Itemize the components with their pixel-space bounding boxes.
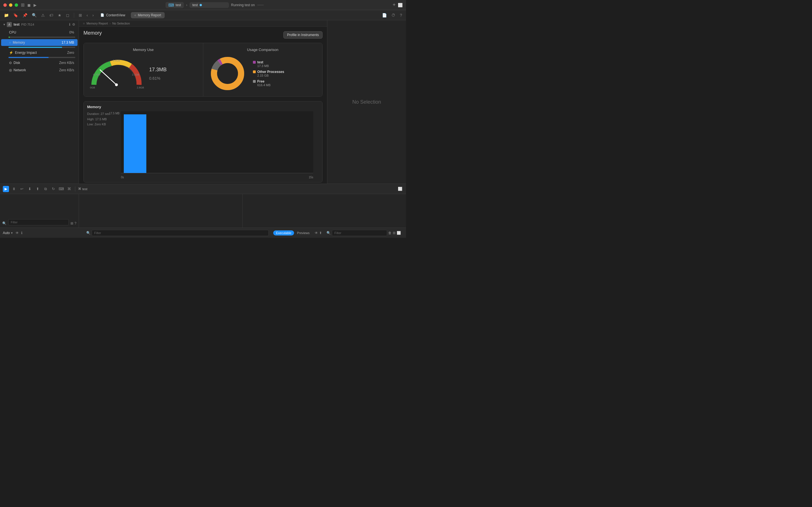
breadcrumb-part1: Memory Report bbox=[87, 22, 108, 25]
right-eye-icon[interactable]: 👁 bbox=[315, 231, 318, 235]
sidebar-item-network[interactable]: ◎ Network Zero KB/s bbox=[1, 67, 78, 73]
running-label: Running test on bbox=[231, 3, 255, 7]
document-icon[interactable]: 📄 bbox=[381, 12, 388, 18]
tabs-section: Executable Previews 👁 ⬆ bbox=[273, 230, 322, 235]
breakpoint-button[interactable]: ⧉ bbox=[42, 186, 49, 192]
chart-header-left: Memory bbox=[87, 105, 101, 109]
memory-report-label: Memory Report bbox=[138, 13, 161, 17]
run-button[interactable]: ▶ bbox=[34, 3, 37, 7]
svg-text:2.1GB: 2.1GB bbox=[132, 73, 139, 76]
step-into-button[interactable]: ⬇ bbox=[27, 186, 33, 192]
app-tab[interactable]: ⌨ test bbox=[165, 2, 184, 8]
location-button[interactable]: ⌘ bbox=[66, 186, 72, 192]
other-legend-text: Other Processes 2.15 GB bbox=[257, 70, 284, 77]
layout-icon[interactable]: ⬜ bbox=[397, 231, 401, 235]
back-nav-button[interactable]: ‹ bbox=[86, 12, 89, 18]
debug-button[interactable]: ↻ bbox=[50, 186, 56, 192]
minimize-button[interactable] bbox=[9, 3, 12, 7]
content-area: ○ Memory Report › No Selection Memory Pr… bbox=[79, 20, 327, 184]
chart-bar-container bbox=[121, 111, 313, 173]
grid-icon[interactable]: ⊞ bbox=[78, 12, 83, 18]
add-tab-button[interactable]: + bbox=[393, 2, 396, 8]
expand-arrow[interactable]: ▾ bbox=[3, 22, 5, 26]
folder-icon[interactable]: 📁 bbox=[3, 12, 10, 18]
breadcrumb-part2: No Selection bbox=[112, 22, 130, 25]
highlight-icon[interactable]: ★ bbox=[57, 12, 63, 18]
clock-icon[interactable]: ⏱ bbox=[390, 12, 396, 18]
content-view-tab[interactable]: 📄 ContentView bbox=[97, 12, 129, 18]
pid-label: PID 7514 bbox=[21, 23, 34, 26]
step-out-button[interactable]: ⬆ bbox=[35, 186, 41, 192]
right-panel: No Selection bbox=[327, 20, 406, 184]
memory-gauge-svg: 0GB 0.7GB 1.4GB 2.1GB 2.8GB bbox=[88, 55, 145, 89]
donut-chart-svg bbox=[208, 55, 247, 92]
step-over-button[interactable]: ↩ bbox=[18, 186, 25, 192]
disk-label: Disk bbox=[13, 61, 59, 65]
pause-button[interactable]: ⏸ bbox=[11, 186, 17, 192]
filter-help-icon[interactable]: ? bbox=[74, 221, 77, 225]
sidebar-item-cpu[interactable]: CPU 0% bbox=[1, 29, 78, 36]
delete-icon[interactable]: 🗑 bbox=[388, 231, 392, 235]
sidebar-item-memory[interactable]: ○ Memory 17.3 MB bbox=[1, 39, 78, 46]
donut-legend: test 17.3 MB Other Processes 2.15 GB bbox=[253, 60, 284, 87]
search-icon[interactable]: 🔍 bbox=[31, 12, 38, 18]
svg-text:1.4GB: 1.4GB bbox=[113, 59, 120, 62]
bottom-toolbar: ▶ ⏸ ↩ ⬇ ⬆ ⧉ ↻ ⌨ ⌘ ⌘ test ⬜ bbox=[0, 184, 406, 194]
energy-label: Energy Impact bbox=[15, 51, 67, 55]
filter-icon: 🔍 bbox=[2, 221, 6, 225]
previews-tab[interactable]: Previews bbox=[294, 230, 312, 235]
app-tab-label: test bbox=[175, 3, 181, 7]
forward-nav-button[interactable]: › bbox=[91, 12, 95, 18]
maximize-button[interactable] bbox=[15, 3, 18, 7]
layout-toggle-icon[interactable]: ⬜ bbox=[398, 3, 403, 7]
test-name: test bbox=[257, 60, 269, 64]
profile-instruments-button[interactable]: Profile in Instruments bbox=[283, 31, 322, 39]
titlebar-center: ⌨ test › test Running test on bbox=[40, 2, 390, 8]
cpu-label: CPU bbox=[9, 31, 69, 34]
right-filter-input[interactable]: Filter bbox=[332, 230, 387, 236]
executable-tab[interactable]: Executable bbox=[273, 230, 294, 235]
filter-section: 🔍 Filter bbox=[84, 230, 271, 236]
share-icon[interactable]: ⬆ bbox=[319, 231, 322, 235]
bottom-info-icon[interactable]: ℹ bbox=[21, 231, 22, 235]
bookmark-icon[interactable]: 🔖 bbox=[12, 12, 19, 18]
cpu-value: 0% bbox=[69, 31, 74, 34]
pin-icon[interactable]: 📌 bbox=[21, 12, 29, 18]
column-icon[interactable]: ⊞ bbox=[393, 231, 396, 235]
simulate-button[interactable]: ⌨ bbox=[58, 186, 64, 192]
help-icon[interactable]: ? bbox=[399, 12, 403, 18]
stop-button[interactable]: ◼ bbox=[28, 3, 31, 7]
warning-icon[interactable]: ⚠ bbox=[40, 12, 46, 18]
panel-toggle-button[interactable]: ⬜ bbox=[397, 186, 403, 192]
test-tab-label: test bbox=[192, 3, 198, 7]
gauge-pct-value: 0.61% bbox=[149, 73, 167, 81]
energy-bar-fill bbox=[8, 57, 49, 58]
bottom-eye-icon[interactable]: 👁 bbox=[15, 231, 19, 235]
gauge-values: 17.3MB 0.61% bbox=[149, 63, 167, 81]
info-icon[interactable]: ℹ bbox=[69, 22, 70, 26]
shape-icon[interactable]: ◻ bbox=[65, 12, 70, 18]
settings-icon[interactable]: ⚙ bbox=[72, 22, 75, 26]
content-view-icon: 📄 bbox=[100, 13, 104, 17]
sidebar-toggle-icon[interactable]: ⊞ bbox=[21, 2, 24, 8]
cpu-bar-fill bbox=[8, 37, 10, 38]
record-button[interactable]: ▶ bbox=[3, 186, 9, 192]
filter-settings-icon[interactable]: ⊞ bbox=[70, 221, 73, 225]
memory-bar bbox=[8, 47, 75, 48]
free-val: 616.4 MB bbox=[257, 83, 271, 87]
breadcrumb: ○ Memory Report › No Selection bbox=[79, 20, 327, 27]
close-button[interactable] bbox=[3, 3, 7, 7]
bottom-filter-row: Auto ▾ 👁 ℹ 🔍 Filter Executable Previews … bbox=[0, 228, 406, 238]
bottom-filter-input[interactable]: Filter bbox=[8, 219, 69, 225]
no-selection-label: No Selection bbox=[352, 99, 381, 105]
test-tab[interactable]: test bbox=[190, 2, 229, 8]
tag-icon[interactable]: 🏷 bbox=[48, 12, 54, 18]
sidebar-item-disk[interactable]: ⊙ Disk Zero KB/s bbox=[1, 59, 78, 66]
bottom-panels: 🔍 Filter ⊞ ? bbox=[0, 194, 406, 228]
sidebar-item-energy[interactable]: ⚡ Energy Impact Zero bbox=[1, 49, 78, 56]
usage-title: Usage Comparison bbox=[208, 48, 318, 52]
memory-top-row: Memory Use bbox=[84, 43, 322, 97]
main-filter-input[interactable]: Filter bbox=[92, 230, 269, 236]
memory-report-tab[interactable]: ○ Memory Report bbox=[131, 12, 164, 18]
auto-chevron[interactable]: ▾ bbox=[11, 231, 13, 235]
